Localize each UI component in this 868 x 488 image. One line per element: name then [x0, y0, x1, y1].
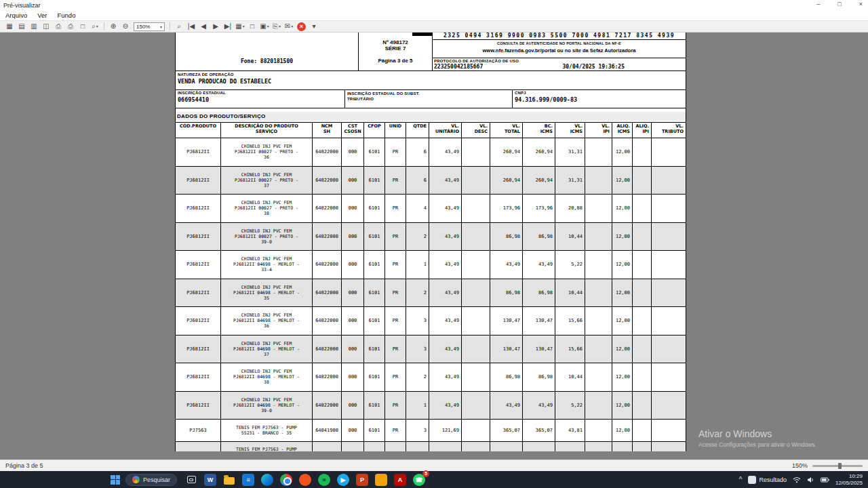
watermark-title: Ativar o Windows — [698, 428, 816, 439]
table-cell: 12,00 — [612, 195, 633, 223]
table-row: PJ6812IICHINELO INJ PVC FEM PJ6812II 046… — [176, 392, 686, 420]
table-cell — [652, 138, 686, 167]
table-cell: 31,31 — [555, 167, 585, 195]
minimize-button[interactable]: – — [816, 1, 820, 7]
amber-app-icon[interactable] — [374, 473, 388, 487]
table-cell: 260,94 — [490, 167, 523, 195]
word-icon[interactable]: W — [203, 473, 217, 487]
more-icon[interactable]: ▾ — [309, 22, 319, 32]
brave-icon[interactable] — [298, 473, 312, 487]
table-cell: 000 — [342, 392, 364, 420]
battery-icon[interactable] — [821, 477, 829, 483]
table-cell — [462, 251, 490, 279]
media-player-icon[interactable]: ▶ — [336, 473, 350, 487]
whatsapp-icon[interactable]: ☎5 — [412, 473, 426, 487]
table-cell: 260,94 — [523, 167, 555, 195]
table-cell — [364, 442, 385, 451]
wifi-icon[interactable] — [793, 476, 801, 483]
zoom-in-icon[interactable]: ⊕ — [108, 22, 119, 32]
menu-bar: Arquivo Ver Fundo — [0, 10, 868, 20]
design-icon[interactable]: ▥ — [28, 22, 39, 32]
invoice-number-box: Nº 498172 SÉRIE 7 Página 3 de 5 — [359, 33, 433, 70]
print-icon[interactable]: ⎙ — [53, 22, 64, 32]
table-cell: 000 — [342, 251, 364, 279]
volume-icon[interactable] — [807, 476, 814, 483]
column-header: VL. UNITÁRIO — [429, 123, 462, 138]
column-header: VL. TOTAL — [490, 123, 523, 138]
tray-chevron-icon[interactable]: ^ — [739, 476, 743, 483]
last-page-icon[interactable]: ▶| — [222, 22, 233, 32]
prev-page-icon[interactable]: ◀ — [198, 22, 209, 32]
zoom-select[interactable]: 150%▾ — [134, 22, 165, 31]
multi-page-icon[interactable]: ▣▾ — [259, 22, 270, 32]
zoom-slider-thumb[interactable] — [838, 463, 842, 469]
start-button[interactable] — [111, 475, 120, 485]
media-player-icon-glyph: ▶ — [337, 474, 349, 486]
table-cell: PR — [385, 420, 406, 442]
powerpoint-icon[interactable]: P — [355, 473, 369, 487]
spotify-icon[interactable]: ≈ — [317, 473, 331, 487]
taskbar-clock[interactable]: 10:29 12/05/2025 — [835, 473, 863, 486]
table-cell: PJ6812II — [176, 392, 221, 420]
table-cell: 121,69 — [429, 420, 462, 442]
edge-icon[interactable] — [260, 473, 274, 487]
next-page-icon[interactable]: ▶ — [210, 22, 221, 32]
table-cell: 43,49 — [429, 138, 462, 167]
table-cell — [633, 307, 652, 336]
zoom-out-icon[interactable]: ⊖ — [120, 22, 131, 32]
menu-fundo[interactable]: Fundo — [57, 12, 75, 19]
taskbar-apps: W≡≈▶PA☎5 — [184, 473, 426, 487]
email-icon[interactable]: ✉▾ — [283, 22, 294, 32]
open-icon[interactable]: ▤ — [16, 22, 27, 32]
menu-ver[interactable]: Ver — [37, 12, 47, 19]
table-cell — [652, 442, 686, 451]
table-cell: 43,49 — [523, 392, 555, 420]
tray-widget[interactable]: Resultado — [748, 476, 787, 484]
column-header: VL. DESC — [462, 123, 490, 138]
menu-arquivo[interactable]: Arquivo — [5, 12, 27, 19]
table-cell — [385, 442, 406, 451]
chrome-icon-glyph — [280, 474, 292, 486]
table-cell: 3 — [406, 336, 429, 364]
single-page-icon[interactable]: □ — [247, 22, 258, 32]
find-icon[interactable]: ⌕▾ — [90, 22, 100, 32]
close-button[interactable]: × — [859, 1, 863, 7]
zoom-slider[interactable] — [812, 465, 863, 467]
table-cell: 6 — [406, 167, 429, 195]
outlook-icon[interactable]: ≡ — [241, 473, 255, 487]
file-explorer-icon[interactable] — [222, 473, 236, 487]
toolbar-separator — [170, 22, 170, 30]
select-table-icon[interactable]: ▦ — [4, 22, 15, 32]
maximize-button[interactable]: □ — [837, 1, 841, 7]
table-cell — [585, 167, 612, 195]
table-cell: 43,49 — [429, 336, 462, 364]
page-setup-icon[interactable]: □ — [77, 22, 88, 32]
acrobat-icon[interactable]: A — [393, 473, 407, 487]
print-setup-icon[interactable]: ⎙ — [65, 22, 76, 32]
taskbar-search[interactable]: Pesquisar — [125, 474, 177, 486]
table-cell — [585, 307, 612, 336]
first-page-icon[interactable]: |◀ — [186, 22, 197, 32]
table-cell: CHINELO INJ PVC FEM PJ6812II 04698 - MER… — [221, 307, 313, 336]
zoom-control[interactable]: 150% — [792, 462, 863, 469]
table-cell: 5,22 — [555, 251, 585, 279]
page-layout-icon[interactable]: ▦▾ — [235, 22, 245, 32]
table-cell: 365,07 — [523, 420, 555, 442]
table-row: PJ6812IICHINELO INJ PVC FEM PJ6812II 046… — [176, 279, 686, 308]
save-icon[interactable]: ◫ — [41, 22, 52, 32]
table-cell: 130,47 — [523, 307, 555, 336]
table-cell — [585, 251, 612, 279]
close-preview-icon[interactable]: × — [297, 22, 306, 31]
task-view-icon[interactable] — [184, 473, 198, 487]
protocol-datetime: 30/04/2025 19:36:25 — [562, 64, 625, 70]
subst-registration-label: INSCRIÇÃO ESTADUAL DO SUBST. TRIBUTÁRIO — [347, 91, 510, 102]
export-icon[interactable]: ⎘▾ — [271, 22, 282, 32]
table-cell — [633, 442, 652, 451]
table-cell: PR — [385, 307, 406, 336]
chrome-icon[interactable] — [279, 473, 293, 487]
zoom-tool-icon[interactable]: ⌕ — [174, 22, 184, 32]
application-window: Pré-visualizar – □ × Arquivo Ver Fundo ▦… — [0, 0, 868, 488]
table-cell — [652, 363, 686, 392]
table-cell — [633, 138, 652, 167]
table-cell: 6101 — [364, 223, 385, 251]
